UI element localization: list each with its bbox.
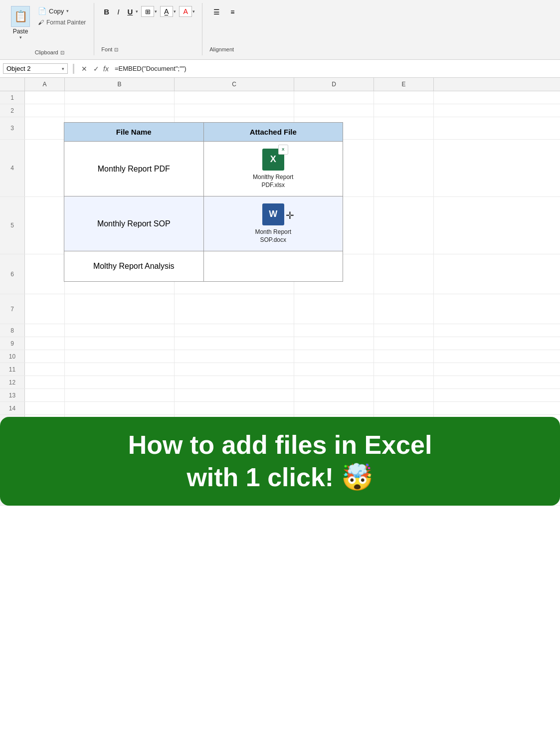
- cell-analysis-file[interactable]: [204, 251, 343, 281]
- row-num-7: 7: [0, 294, 25, 324]
- row-num-2: 2: [0, 104, 25, 117]
- banner-line1: How to add files in Excel: [128, 430, 432, 459]
- cell-b1[interactable]: [65, 91, 175, 104]
- underline-dropdown-arrow[interactable]: ▾: [136, 9, 138, 14]
- word-icon-wrapper: W ✛: [262, 203, 284, 225]
- cell-d1[interactable]: [294, 91, 374, 104]
- cell-e4[interactable]: [374, 140, 434, 196]
- cell-d7[interactable]: [294, 294, 374, 324]
- col-header-c[interactable]: C: [175, 78, 294, 91]
- clipboard-label: Clipboard ⊡: [35, 47, 64, 55]
- col-header-d[interactable]: D: [294, 78, 374, 91]
- font-color-btn-group: A ▾: [179, 6, 195, 17]
- clipboard-dialog-launcher[interactable]: ⊡: [60, 50, 64, 55]
- font-group: B I U ▾ ⊞ ▾ A̲ ▾ A ▾ Font ⊡: [94, 3, 202, 55]
- rows-area: 1 2 3 4: [0, 91, 560, 506]
- fill-dropdown-arrow[interactable]: ▾: [174, 9, 176, 14]
- cell-e2[interactable]: [374, 104, 434, 117]
- row-num-header: [0, 78, 25, 91]
- row-13: 13: [0, 389, 560, 402]
- col-header-e[interactable]: E: [374, 78, 434, 91]
- underline-button[interactable]: U: [125, 6, 135, 17]
- cell-c7[interactable]: [175, 294, 294, 324]
- cell-e1[interactable]: [374, 91, 434, 104]
- paste-label: Paste: [13, 28, 28, 35]
- align-group: ☰ ≡ Alignment: [202, 3, 246, 55]
- cell-a4[interactable]: [25, 140, 65, 196]
- cell-a3[interactable]: [25, 117, 65, 139]
- font-color-icon[interactable]: A: [179, 6, 192, 17]
- paste-button[interactable]: 📋 Paste ▾: [11, 6, 30, 40]
- format-painter-label: Format Painter: [46, 19, 86, 26]
- cell-e5[interactable]: [374, 197, 434, 254]
- word-file-icon-area: W ✛ Month ReportSOP.docx: [255, 203, 291, 244]
- align-left-button[interactable]: ☰: [209, 6, 223, 18]
- borders-icon[interactable]: ⊞: [141, 6, 154, 17]
- table-header-row: File Name Attached File: [64, 123, 343, 142]
- name-box-value: Object 2: [6, 65, 30, 72]
- cell-sop-name: Monthly Report SOP: [64, 196, 204, 251]
- row-9: 9: [0, 337, 560, 350]
- col-header-attached: Attached File: [204, 123, 343, 141]
- cell-a5[interactable]: [25, 197, 65, 254]
- bold-button[interactable]: B: [101, 6, 112, 17]
- excel-badge: X: [278, 145, 288, 155]
- cell-b2[interactable]: [65, 104, 175, 117]
- col-header-b[interactable]: B: [65, 78, 175, 91]
- cell-a7[interactable]: [25, 294, 65, 324]
- cell-e6[interactable]: [374, 254, 434, 294]
- excel-file-icon-area: X X Monlthy ReportPDF.xlsx: [253, 149, 293, 189]
- copy-label: Copy: [49, 7, 64, 15]
- clipboard-right: 📄 Copy ▾ 🖌 Format Painter: [36, 6, 88, 27]
- row-11: 11: [0, 363, 560, 376]
- cursor-icon: ✛: [286, 210, 294, 220]
- insert-function-button[interactable]: fx: [103, 65, 109, 73]
- cell-b7[interactable]: [65, 294, 175, 324]
- format-painter-button[interactable]: 🖌 Format Painter: [36, 18, 88, 27]
- banner-line2: with 1 click! 🤯: [187, 463, 373, 492]
- borders-dropdown-arrow[interactable]: ▾: [155, 9, 157, 14]
- copy-dropdown-arrow: ▾: [66, 8, 69, 13]
- col-header-a[interactable]: A: [25, 78, 65, 91]
- align-right-button[interactable]: ≡: [225, 6, 239, 18]
- column-headers: A B C D E: [0, 78, 560, 91]
- copy-button[interactable]: 📄 Copy ▾: [36, 6, 88, 16]
- cell-analysis-name: Molthy Report Analysis: [64, 251, 204, 281]
- paste-dropdown-arrow: ▾: [19, 35, 22, 40]
- table-row-analysis: Molthy Report Analysis: [64, 251, 343, 281]
- cell-e7[interactable]: [374, 294, 434, 324]
- font-dialog-launcher[interactable]: ⊡: [114, 47, 118, 52]
- cell-c1[interactable]: [175, 91, 294, 104]
- cell-a2[interactable]: [25, 104, 65, 117]
- cell-e3[interactable]: [374, 117, 434, 139]
- cell-pdf-file[interactable]: X X Monlthy ReportPDF.xlsx: [204, 142, 343, 196]
- cell-d2[interactable]: [294, 104, 374, 117]
- row-2: 2: [0, 104, 560, 117]
- confirm-formula-button[interactable]: ✓: [91, 64, 101, 74]
- formula-input[interactable]: [112, 64, 557, 73]
- table-row-pdf: Monthly Report PDF X X Monlthy ReportPDF…: [64, 142, 343, 196]
- row-10: 10: [0, 350, 560, 363]
- cell-c2[interactable]: [175, 104, 294, 117]
- align-label: Alignment: [209, 44, 239, 52]
- italic-button[interactable]: I: [115, 6, 122, 17]
- embedded-table: File Name Attached File Monthly Report P…: [64, 122, 343, 282]
- spreadsheet: A B C D E 1 2 3: [0, 78, 560, 506]
- cell-a6[interactable]: [25, 254, 65, 294]
- word-icon: W: [262, 203, 284, 225]
- cell-sop-file[interactable]: W ✛ Month ReportSOP.docx: [204, 196, 343, 251]
- excel-file-label: Monlthy ReportPDF.xlsx: [253, 174, 293, 189]
- cell-a1[interactable]: [25, 91, 65, 104]
- font-color-dropdown-arrow[interactable]: ▾: [192, 9, 195, 14]
- col-header-filename: File Name: [64, 123, 204, 141]
- excel-icon: X X: [262, 149, 284, 171]
- font-label: Font ⊡: [101, 44, 118, 52]
- cancel-formula-button[interactable]: ✕: [79, 64, 89, 74]
- green-banner: How to add files in Excel with 1 click! …: [0, 417, 560, 506]
- row-num-3: 3: [0, 117, 25, 139]
- excel-icon-wrapper: X X: [262, 149, 284, 171]
- row-14: 14: [0, 402, 560, 415]
- name-box[interactable]: Object 2 ▾: [3, 63, 68, 74]
- paste-icon: 📋: [11, 6, 30, 27]
- fill-color-icon[interactable]: A̲: [160, 6, 173, 17]
